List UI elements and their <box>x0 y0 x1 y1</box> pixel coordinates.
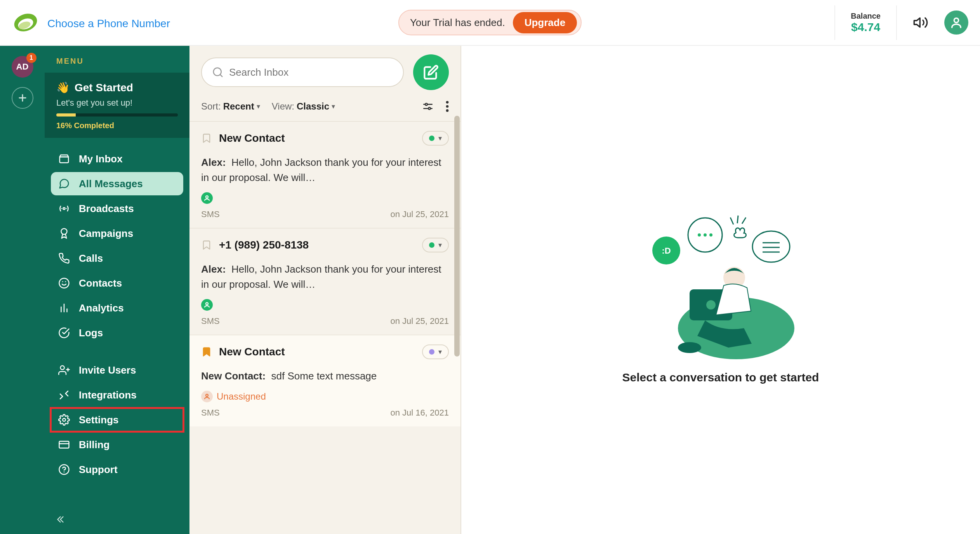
svg-rect-7 <box>60 157 69 163</box>
status-pill[interactable]: ▾ <box>422 238 449 252</box>
search-input[interactable] <box>229 66 393 78</box>
svg-point-28 <box>425 103 427 105</box>
sidebar-item-support[interactable]: Support <box>51 458 183 481</box>
assignee-avatar-icon <box>201 192 213 204</box>
status-dot-icon <box>429 136 434 141</box>
bookmark-icon[interactable] <box>201 240 212 250</box>
compose-button[interactable] <box>413 54 449 90</box>
chevron-down-icon: ▾ <box>438 134 442 143</box>
search-box[interactable] <box>201 57 404 87</box>
profile-icon[interactable] <box>944 10 968 35</box>
arrows-icon <box>58 389 70 401</box>
sidebar-item-campaigns[interactable]: Campaigns <box>51 222 183 245</box>
add-workspace-button[interactable] <box>12 87 33 109</box>
trial-text: Your Trial has ended. <box>410 17 505 29</box>
sidebar-item-analytics[interactable]: Analytics <box>51 296 183 320</box>
sound-icon[interactable] <box>909 10 933 35</box>
face-icon <box>58 277 70 289</box>
bars-icon <box>58 302 70 314</box>
more-icon[interactable] <box>446 100 449 113</box>
sidebar-item-label: Invite Users <box>79 364 136 376</box>
workspace-avatar[interactable]: AD 1 <box>12 56 33 78</box>
card-icon <box>58 438 70 451</box>
chevron-down-icon: ▾ <box>332 102 335 111</box>
svg-text::D: :D <box>662 246 671 256</box>
thread-preview: Alex: Hello, John Jackson thank you for … <box>201 262 449 292</box>
sidebar-item-label: Logs <box>79 327 103 339</box>
filter-icon[interactable] <box>422 100 434 113</box>
choose-phone-link[interactable]: Choose a Phone Number <box>47 17 170 30</box>
svg-point-17 <box>61 366 64 370</box>
status-pill[interactable]: ▾ <box>422 131 449 146</box>
thread-date: on Jul 25, 2021 <box>391 209 449 219</box>
sidebar-item-all-messages[interactable]: All Messages <box>51 172 183 195</box>
bookmark-icon[interactable] <box>201 133 212 144</box>
get-started-card[interactable]: 👋 Get Started Let's get you set up! 16% … <box>45 73 189 138</box>
thread-date: on Jul 25, 2021 <box>391 316 449 326</box>
thread-title: New Contact <box>219 132 415 144</box>
assignee-chip <box>201 299 217 311</box>
sidebar-item-broadcasts[interactable]: Broadcasts <box>51 197 183 220</box>
svg-point-10 <box>61 229 67 235</box>
thread-item[interactable]: New Contact ▾ New Contact: sdf Some text… <box>189 335 460 426</box>
sidebar-item-billing[interactable]: Billing <box>51 433 183 456</box>
thread-item[interactable]: New Contact ▾ Alex: Hello, John Jackson … <box>189 121 460 228</box>
status-pill[interactable]: ▾ <box>422 344 449 359</box>
svg-point-40 <box>698 233 701 237</box>
get-started-title: 👋 Get Started <box>56 81 178 94</box>
svg-rect-21 <box>59 441 69 448</box>
svg-point-9 <box>63 208 65 210</box>
svg-line-26 <box>220 75 222 77</box>
thread-item[interactable]: +1 (989) 250-8138 ▾ Alex: Hello, John Ja… <box>189 228 460 335</box>
menu-label: MENU <box>45 46 189 73</box>
svg-point-4 <box>954 18 958 23</box>
thread-title: +1 (989) 250-8138 <box>219 239 415 251</box>
sidebar-item-calls[interactable]: Calls <box>51 247 183 270</box>
progress-bar <box>56 113 178 117</box>
sidebar-item-logs[interactable]: Logs <box>51 321 183 344</box>
sidebar-item-invite-users[interactable]: Invite Users <box>51 358 183 382</box>
progress-fill <box>56 113 76 117</box>
sidebar-item-settings[interactable]: Settings <box>51 408 183 431</box>
balance-label: Balance <box>851 12 881 21</box>
sidebar-item-my-inbox[interactable]: My Inbox <box>51 147 183 170</box>
balance-box[interactable]: Balance $4.74 <box>834 5 897 40</box>
main-panel: :D <box>461 46 980 534</box>
progress-text: 16% Completed <box>56 121 178 130</box>
view-control[interactable]: View: Classic ▾ <box>272 101 335 112</box>
channel-label: SMS <box>201 209 220 219</box>
thread-title: New Contact <box>219 346 415 358</box>
sidebar-item-label: My Inbox <box>79 153 123 165</box>
sort-control[interactable]: Sort: Recent ▾ <box>201 101 260 112</box>
svg-point-36 <box>206 394 208 397</box>
sidebar-item-integrations[interactable]: Integrations <box>51 383 183 407</box>
help-icon <box>58 463 70 476</box>
svg-point-35 <box>206 303 208 305</box>
sidebar-item-label: Support <box>79 464 118 476</box>
collapse-sidebar-icon[interactable] <box>45 508 189 534</box>
inbox-column: Sort: Recent ▾ View: Classic ▾ New Conta… <box>189 46 461 534</box>
sidebar-item-contacts[interactable]: Contacts <box>51 271 183 295</box>
phone-icon <box>58 252 70 264</box>
top-bar: Choose a Phone Number Your Trial has end… <box>0 0 980 46</box>
empty-illustration: :D <box>639 196 802 359</box>
scrollbar[interactable] <box>454 46 460 534</box>
brand-text: Choose a Phone Number <box>47 15 170 30</box>
chevron-down-icon: ▾ <box>438 241 442 249</box>
svg-marker-3 <box>914 18 920 27</box>
broadcast-icon <box>58 202 70 215</box>
svg-point-20 <box>63 418 66 421</box>
top-right: Balance $4.74 <box>834 5 968 40</box>
svg-point-34 <box>206 196 208 198</box>
svg-point-51 <box>678 342 701 353</box>
bookmark-icon[interactable] <box>201 346 212 357</box>
sidebar-item-label: Billing <box>79 439 109 451</box>
empty-state-text: Select a conversation to get started <box>622 371 819 384</box>
sidebar-item-label: Calls <box>79 252 103 264</box>
status-dot-icon <box>429 349 434 355</box>
sidebar-item-label: Integrations <box>79 389 137 401</box>
user-plus-icon <box>58 364 70 376</box>
wave-icon: 👋 <box>56 81 70 94</box>
upgrade-button[interactable]: Upgrade <box>513 12 577 33</box>
gear-icon <box>58 414 70 426</box>
